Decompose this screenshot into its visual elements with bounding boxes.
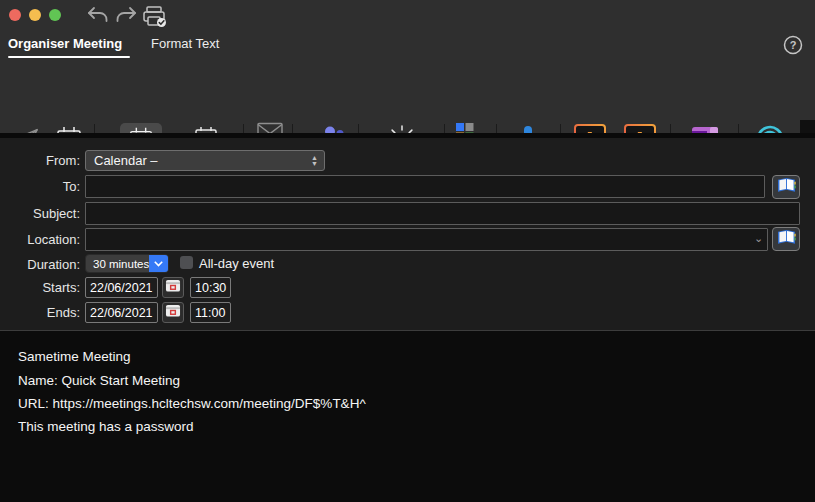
tab-organiser-meeting[interactable]: Organiser Meeting	[8, 36, 122, 51]
duration-select[interactable]: 30 minutes	[85, 254, 169, 273]
calendar-picker-icon	[165, 278, 181, 297]
location-label: Location:	[2, 232, 80, 247]
address-book-icon	[776, 229, 797, 250]
allday-label: All-day event	[199, 256, 274, 271]
ends-time-input[interactable]	[190, 302, 231, 323]
location-address-book-button[interactable]	[772, 227, 800, 251]
duration-label: Duration:	[2, 257, 80, 272]
to-input[interactable]	[85, 175, 765, 198]
body-line: Name: Quick Start Meeting	[18, 373, 180, 388]
tab-format-text[interactable]: Format Text	[151, 36, 219, 51]
starts-time-input[interactable]	[190, 277, 231, 298]
subject-input[interactable]	[85, 202, 800, 225]
ends-date-picker-button[interactable]	[162, 302, 184, 323]
body-line: URL: https://meetings.hcltechsw.com/meet…	[18, 396, 366, 411]
from-select-value: Calendar –	[86, 153, 308, 168]
meeting-form: From: Calendar – ▲▼ To: Subject: Locatio…	[0, 133, 815, 330]
location-input[interactable]	[85, 228, 768, 251]
print-check-icon[interactable]	[142, 4, 168, 32]
to-label: To:	[2, 179, 80, 194]
starts-date-picker-button[interactable]	[162, 277, 184, 298]
starts-label: Starts:	[2, 280, 80, 295]
from-label: From:	[2, 153, 80, 168]
titlebar	[0, 0, 815, 30]
from-select[interactable]: Calendar – ▲▼	[85, 150, 325, 171]
subject-label: Subject:	[2, 206, 80, 221]
ends-label: Ends:	[2, 305, 80, 320]
message-body[interactable]: Sametime Meeting Name: Quick Start Meeti…	[0, 330, 815, 502]
duration-value: 30 minutes	[86, 258, 149, 270]
undo-icon[interactable]	[86, 5, 108, 29]
redo-icon[interactable]	[116, 5, 138, 29]
stepper-chevrons-icon: ▲▼	[308, 155, 324, 167]
svg-text:?: ?	[790, 39, 797, 51]
location-dropdown-chevron-icon[interactable]: ⌄	[754, 232, 763, 245]
help-icon[interactable]: ?	[782, 34, 804, 56]
active-tab-underline	[8, 56, 130, 58]
close-button[interactable]	[9, 9, 21, 21]
calendar-picker-icon	[165, 303, 181, 322]
duration-chevron-down-icon	[149, 255, 168, 272]
to-address-book-button[interactable]	[772, 175, 800, 199]
meeting-window: Organiser Meeting Format Text ? Send	[0, 0, 815, 502]
starts-date-input[interactable]	[85, 277, 158, 298]
ribbon: Send Cancel Appointment	[0, 60, 815, 133]
allday-checkbox[interactable]	[180, 256, 193, 269]
ends-date-input[interactable]	[85, 302, 158, 323]
body-line: This meeting has a password	[18, 419, 194, 434]
zoom-button[interactable]	[49, 9, 61, 21]
address-book-icon	[776, 177, 797, 198]
body-line: Sametime Meeting	[18, 349, 131, 364]
minimize-button[interactable]	[29, 9, 41, 21]
